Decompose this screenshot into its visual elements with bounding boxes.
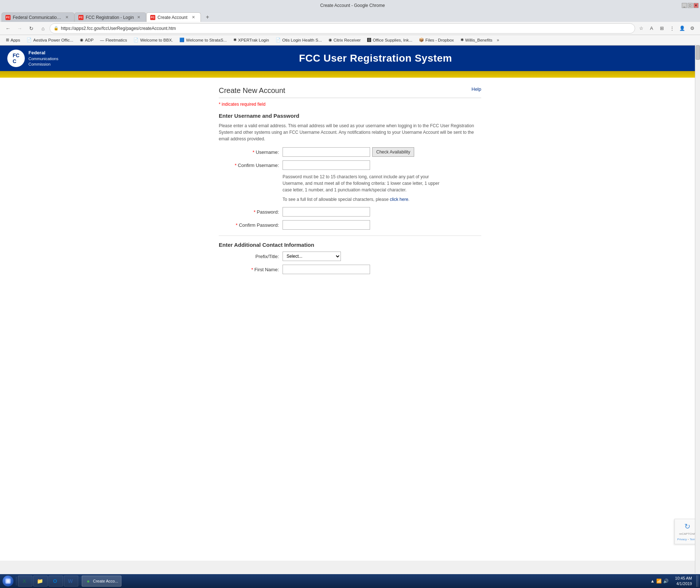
- bookmark-dropbox[interactable]: 📦 Files - Dropbox: [416, 37, 457, 43]
- bookmark-aestiva[interactable]: 📄 Aestiva Power Offic...: [24, 37, 76, 43]
- bookmark-bbx[interactable]: 📄 Welcome to BBX.: [131, 37, 176, 43]
- bookmark-apps-label: Apps: [11, 38, 20, 42]
- minimize-button[interactable]: _: [682, 3, 687, 8]
- click-here-link[interactable]: click here: [390, 197, 408, 202]
- username-label: * Username:: [219, 149, 283, 155]
- nav-more-button[interactable]: ⋮: [667, 24, 677, 33]
- required-note: * indicates required field: [219, 102, 481, 107]
- aestiva-icon: 📄: [27, 38, 32, 42]
- tab3-title: Create Account: [158, 15, 188, 20]
- tab1-close[interactable]: ✕: [64, 15, 70, 20]
- bookmark-star-button[interactable]: ☆: [637, 24, 646, 33]
- tab1-favicon: FC: [5, 15, 11, 20]
- first-name-req-asterisk: *: [251, 267, 254, 272]
- new-tab-button[interactable]: +: [202, 12, 213, 22]
- first-name-input[interactable]: [283, 265, 370, 274]
- page-title: Create New Account: [219, 86, 285, 95]
- user-profile-button[interactable]: 👤: [677, 24, 687, 33]
- confirm-username-input[interactable]: [283, 160, 370, 170]
- recaptcha-privacy-link[interactable]: Privacy: [677, 538, 687, 541]
- bookmark-adp-label: ADP: [85, 38, 94, 42]
- maximize-button[interactable]: □: [688, 3, 693, 8]
- fcc-logo-text: Federal Communications Commission: [28, 50, 58, 67]
- fcc-logo-line1: Federal: [28, 50, 58, 56]
- bookmark-bbx-label: Welcome to BBX.: [140, 38, 173, 42]
- browser-chrome: Create Account - Google Chrome _ □ ✕ FC …: [0, 0, 700, 46]
- gold-stripe: [0, 71, 700, 78]
- bookmark-stratas-label: Welcome to StrataS...: [186, 38, 227, 42]
- section2-title: Enter Additional Contact Information: [219, 242, 481, 248]
- reload-button[interactable]: ↻: [26, 23, 36, 34]
- tab2-favicon: FC: [78, 15, 83, 20]
- required-note-text: indicates required field: [222, 102, 265, 107]
- fcc-logo-circle: FCC: [7, 50, 25, 67]
- content-area: Create New Account Help * indicates requ…: [211, 78, 489, 292]
- help-link[interactable]: Help: [471, 86, 481, 92]
- scrollbar-thumb[interactable]: [696, 45, 700, 60]
- confirm-password-label: * Confirm Password:: [219, 222, 283, 228]
- prefix-row: Prefix/Title: Select... Mr. Mrs. Ms. Dr.…: [219, 252, 481, 261]
- address-bar[interactable]: 🔒 https://apps2.fcc.gov/fccUserReg/pages…: [50, 23, 635, 34]
- confirm-username-row: * Confirm Username:: [219, 160, 481, 170]
- nav-extras: ☆ A ⊞ ⋮ 👤 ⚙: [637, 24, 697, 33]
- confirm-password-input[interactable]: [283, 220, 370, 230]
- adp-icon: ◉: [80, 38, 83, 42]
- bookmark-stratas[interactable]: 🟦 Welcome to StrataS...: [176, 37, 230, 43]
- bookmark-fleetmatics[interactable]: — Fleetmatics: [97, 37, 130, 43]
- back-button[interactable]: ←: [3, 23, 13, 34]
- xpertrak-icon: ✱: [233, 38, 237, 42]
- prefix-label: Prefix/Title:: [219, 254, 283, 259]
- asterisk-indicator: *: [219, 102, 222, 107]
- bookmark-fleetmatics-label: Fleetmatics: [106, 38, 127, 42]
- confirm-username-label: * Confirm Username:: [219, 163, 283, 168]
- fleetmatics-icon: —: [100, 38, 104, 42]
- home-button[interactable]: ⌂: [38, 23, 48, 34]
- ssl-lock-icon: 🔒: [54, 26, 59, 31]
- acrobat-icon-button[interactable]: A: [647, 24, 656, 33]
- bookmark-citrix[interactable]: ◉ Citrix Receiver: [326, 37, 364, 43]
- tab2-title: FCC Registration - Login: [86, 15, 134, 20]
- apps-icon: ⊞: [6, 38, 9, 42]
- section-divider: [219, 235, 481, 236]
- bookmark-apps[interactable]: ⊞ Apps: [3, 37, 23, 43]
- extensions-button[interactable]: ⊞: [657, 24, 666, 33]
- willis-icon: ✱: [460, 38, 464, 42]
- check-availability-button[interactable]: Check Availability: [372, 147, 414, 157]
- right-scrollbar[interactable]: [695, 44, 700, 561]
- citrix-icon: ◉: [328, 38, 332, 42]
- tab3-close[interactable]: ✕: [191, 15, 196, 20]
- browser-tab-3[interactable]: FC Create Account ✕: [146, 12, 201, 22]
- title-bar: Create Account - Google Chrome _ □ ✕: [0, 0, 700, 11]
- nav-bar: ← → ↻ ⌂ 🔒 https://apps2.fcc.gov/fccUserR…: [0, 22, 700, 35]
- fcc-header-title: FCC User Registration System: [58, 52, 693, 64]
- special-char-after: .: [408, 197, 409, 202]
- browser-tab-2[interactable]: FC FCC Registration - Login ✕: [74, 12, 146, 22]
- window-controls: _ □ ✕: [682, 3, 699, 8]
- password-note: Password must be 12 to 15 characters lon…: [283, 174, 447, 193]
- bookmark-xpertrak[interactable]: ✱ XPERTrak Login: [230, 37, 272, 43]
- bookmark-willis[interactable]: ✱ Willis_Benefits: [458, 37, 495, 43]
- section1-title: Enter Username and Password: [219, 113, 481, 119]
- prefix-select[interactable]: Select... Mr. Mrs. Ms. Dr. Prof.: [283, 252, 341, 261]
- fcc-header: FCC Federal Communications Commission FC…: [0, 46, 700, 71]
- bookmark-adp[interactable]: ◉ ADP: [77, 37, 97, 43]
- password-input[interactable]: [283, 207, 370, 217]
- close-button[interactable]: ✕: [693, 3, 699, 8]
- bookmark-office-label: Office Supplies, Ink...: [373, 38, 412, 42]
- page-wrapper: FCC Federal Communications Commission FC…: [0, 46, 700, 561]
- browser-tab-1[interactable]: FC Federal Communications Comm... ✕: [1, 12, 74, 22]
- stratas-icon: 🟦: [179, 38, 184, 42]
- dropbox-icon: 📦: [419, 38, 424, 42]
- forward-button[interactable]: →: [15, 23, 25, 34]
- bookmarks-more[interactable]: »: [497, 38, 499, 43]
- settings-button[interactable]: ⚙: [688, 24, 697, 33]
- fcc-logo-area: FCC Federal Communications Commission: [7, 50, 58, 67]
- tab2-close[interactable]: ✕: [136, 15, 141, 20]
- password-req-asterisk: *: [254, 209, 257, 215]
- bookmark-otis[interactable]: 📄 Otis Login Health S...: [273, 37, 325, 43]
- bookmark-office[interactable]: 🅾 Office Supplies, Ink...: [364, 37, 415, 43]
- bookmark-dropbox-label: Files - Dropbox: [425, 38, 454, 42]
- section1-desc: Please enter a valid email address. This…: [219, 122, 481, 142]
- username-input[interactable]: [283, 147, 370, 157]
- username-req-asterisk: *: [253, 149, 256, 155]
